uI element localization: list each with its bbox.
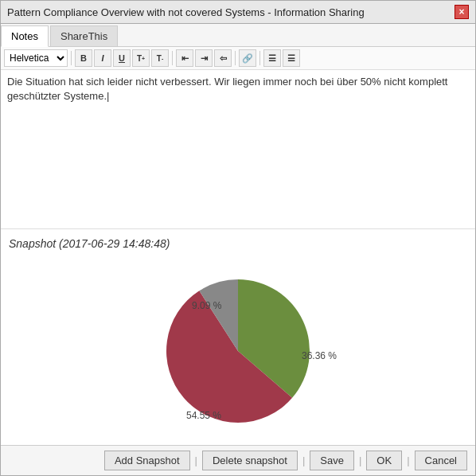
italic-button[interactable]: I — [94, 49, 111, 67]
subscript-button[interactable]: T- — [151, 49, 169, 67]
footer-sep-2: | — [302, 455, 305, 466]
snapshot-section: Snapshot (2017-06-29 14:48:48) 36.36 % 5… — [1, 229, 475, 445]
footer: Add Snapshot | Delete snapshot | Save | … — [1, 445, 475, 475]
editor-toolbar: Helvetica B I U T+ T- ⇤ ⇥ ⇦ 🔗 ☰ ☰ — [1, 47, 475, 70]
toolbar-separator-2 — [172, 51, 173, 65]
pie-label-gray: 9.09 % — [192, 300, 222, 311]
notes-editor[interactable]: Die Situation hat sich leider nicht verb… — [1, 70, 475, 229]
underline-button[interactable]: U — [113, 49, 131, 67]
dialog-title: Pattern Compliance Overview with not cov… — [7, 6, 365, 18]
toolbar-separator-4 — [259, 51, 260, 65]
snapshot-title: Snapshot (2017-06-29 14:48:48) — [9, 237, 467, 250]
unordered-list-button[interactable]: ☰ — [283, 49, 300, 67]
pie-label-red: 54.55 % — [186, 410, 221, 421]
dialog: Pattern Compliance Overview with not cov… — [0, 0, 476, 476]
ordered-list-button[interactable]: ☰ — [263, 49, 281, 67]
ok-button[interactable]: OK — [366, 451, 402, 470]
add-snapshot-button[interactable]: Add Snapshot — [104, 451, 190, 470]
footer-sep-1: | — [195, 455, 197, 466]
delete-snapshot-button[interactable]: Delete snapshot — [202, 451, 298, 470]
tab-bar: Notes ShareThis — [1, 24, 475, 47]
toolbar-separator-1 — [71, 51, 72, 65]
tab-notes[interactable]: Notes — [1, 25, 49, 47]
toolbar-separator-3 — [235, 51, 236, 65]
close-button[interactable]: × — [455, 5, 469, 19]
save-button[interactable]: Save — [310, 451, 354, 470]
editor-content: Die Situation hat sich leider nicht verb… — [7, 76, 447, 102]
superscript-button[interactable]: T+ — [132, 49, 150, 67]
footer-sep-4: | — [407, 455, 409, 466]
tab-sharethis[interactable]: ShareThis — [50, 25, 118, 46]
align-left-button[interactable]: ⇤ — [176, 49, 193, 67]
pie-label-green: 36.36 % — [302, 350, 337, 361]
cancel-button[interactable]: Cancel — [415, 451, 467, 470]
footer-sep-3: | — [359, 455, 361, 466]
font-selector[interactable]: Helvetica — [4, 49, 68, 67]
pie-chart: 36.36 % 54.55 % 9.09 % — [135, 259, 341, 435]
link-button[interactable]: 🔗 — [239, 49, 256, 67]
align-center-button[interactable]: ⇥ — [195, 49, 213, 67]
chart-container: 36.36 % 54.55 % 9.09 % — [9, 256, 467, 437]
bold-button[interactable]: B — [75, 49, 92, 67]
align-right-button[interactable]: ⇦ — [214, 49, 232, 67]
title-bar: Pattern Compliance Overview with not cov… — [1, 1, 475, 24]
